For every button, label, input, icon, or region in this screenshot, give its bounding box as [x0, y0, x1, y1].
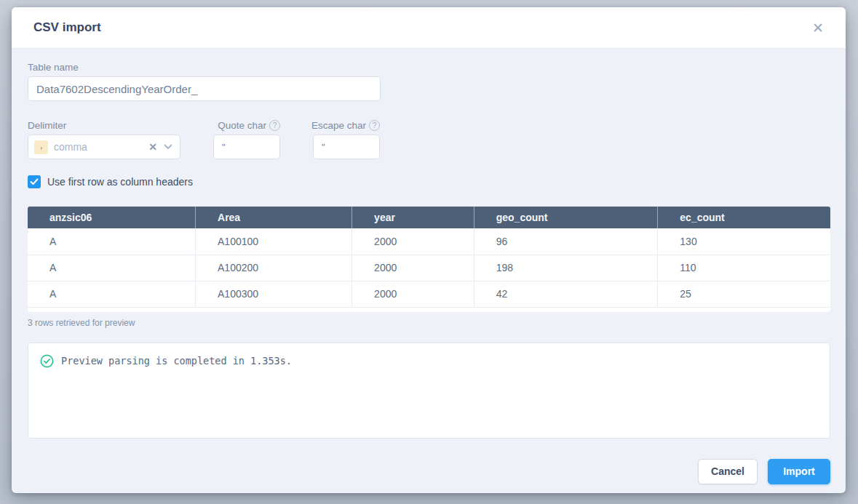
close-icon[interactable]: ✕ [808, 18, 828, 38]
checkbox-label: Use first row as column headers [47, 176, 193, 188]
log-message: Preview parsing is completed in 1.353s. [61, 355, 292, 367]
table-name-label: Table name [28, 62, 830, 73]
delimiter-group: Delimiter , comma ✕ [28, 120, 180, 159]
table-cell: 198 [474, 255, 658, 281]
table-row: AA10030020004225 [28, 281, 830, 307]
column-header: year [352, 207, 474, 228]
quote-char-group: Quote char ? [213, 120, 280, 159]
table-cell: A [28, 281, 196, 307]
csv-import-dialog: CSV import ✕ Table name Delimiter , comm… [12, 7, 846, 493]
preview-table-container: anzsic06Areayeargeo_countec_count AA1001… [28, 207, 830, 312]
table-cell: A100200 [196, 255, 352, 281]
dialog-body: Table name Delimiter , comma ✕ [12, 49, 846, 439]
table-row: AA100100200096130 [28, 228, 830, 255]
escape-char-group: Escape char ? [313, 120, 380, 159]
column-header: Area [196, 207, 352, 228]
checkbox-checked-icon[interactable] [28, 175, 41, 188]
clear-icon[interactable]: ✕ [148, 141, 157, 153]
table-cell: 2000 [352, 281, 474, 307]
dialog-header: CSV import ✕ [12, 7, 846, 49]
preview-table: anzsic06Areayeargeo_countec_count AA1001… [28, 207, 830, 308]
table-cell: A [28, 228, 196, 255]
table-cell: 96 [474, 228, 658, 255]
dialog-footer: Cancel Import [12, 459, 846, 494]
table-row: AA1002002000198110 [28, 255, 830, 281]
table-cell: 25 [658, 281, 830, 307]
table-cell: 130 [658, 228, 830, 255]
table-cell: A [28, 255, 196, 281]
escape-char-input[interactable] [313, 135, 380, 159]
table-cell: 110 [658, 255, 830, 281]
column-header: anzsic06 [28, 207, 196, 228]
delimiter-value: comma [54, 141, 87, 153]
rows-retrieved-note: 3 rows retrieved for preview [28, 318, 830, 328]
parse-log-box: Preview parsing is completed in 1.353s. [28, 343, 830, 439]
table-cell: A100300 [196, 281, 352, 307]
preview-table-body: AA100100200096130AA1002002000198110AA100… [28, 228, 830, 307]
table-cell: 2000 [352, 255, 474, 281]
dialog-title: CSV import [33, 20, 101, 35]
delimiter-char-badge: , [34, 140, 48, 154]
table-cell: 2000 [352, 228, 474, 255]
delimiter-label: Delimiter [28, 120, 180, 131]
first-row-headers-checkbox-row[interactable]: Use first row as column headers [28, 175, 830, 188]
preview-table-header: anzsic06Areayeargeo_countec_count [28, 207, 830, 228]
table-name-input[interactable] [28, 76, 381, 101]
chevron-down-icon[interactable] [164, 144, 172, 150]
quote-char-label-text: Quote char [218, 120, 266, 131]
quote-char-label: Quote char ? [213, 120, 280, 131]
table-cell: A100100 [196, 228, 352, 255]
delimiter-select[interactable]: , comma ✕ [28, 135, 180, 159]
help-icon[interactable]: ? [269, 120, 280, 131]
select-icons: ✕ [148, 141, 172, 153]
cancel-button[interactable]: Cancel [698, 459, 758, 484]
import-button[interactable]: Import [768, 459, 830, 484]
help-icon[interactable]: ? [369, 120, 380, 131]
escape-char-label: Escape char ? [313, 120, 380, 131]
escape-char-label-text: Escape char [311, 120, 366, 131]
table-cell: 42 [474, 281, 658, 307]
column-header: geo_count [474, 207, 658, 228]
log-line: Preview parsing is completed in 1.353s. [40, 354, 818, 368]
quote-char-input[interactable] [213, 135, 280, 159]
column-header: ec_count [658, 207, 830, 228]
success-check-icon [40, 354, 54, 368]
options-row: Delimiter , comma ✕ Quote char ? [28, 120, 830, 159]
